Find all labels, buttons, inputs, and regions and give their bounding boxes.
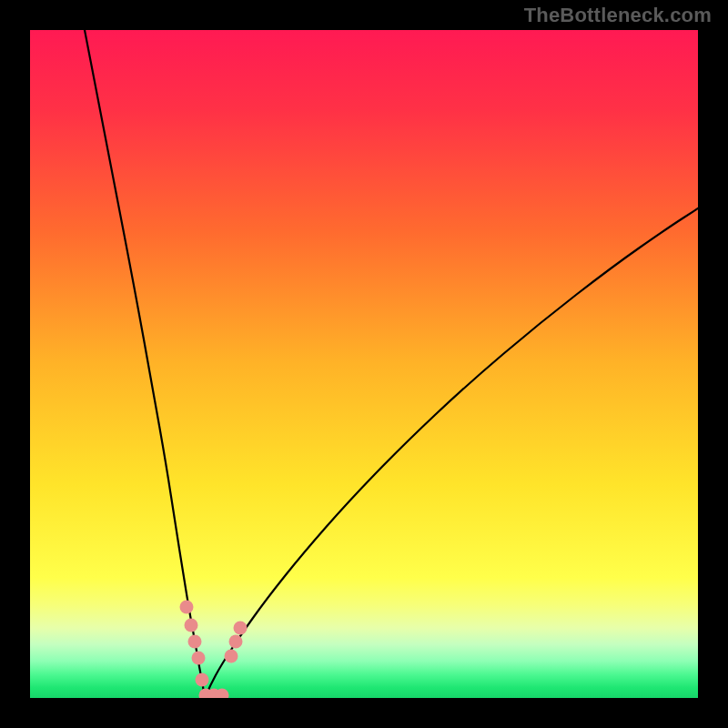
plot-area [30, 30, 698, 698]
marker-dot [192, 652, 206, 665]
marker-dot [185, 619, 198, 632]
watermark-text: TheBottleneck.com [524, 4, 712, 27]
marker-dot [229, 635, 243, 649]
chart-frame: TheBottleneck.com [0, 0, 728, 728]
curve-layer [30, 30, 698, 698]
marker-dot [180, 601, 194, 614]
marker-dot [225, 650, 238, 663]
marker-dot [188, 635, 202, 649]
bottleneck-curve [85, 30, 698, 698]
marker-dot [196, 673, 209, 687]
marker-dot [234, 622, 248, 635]
